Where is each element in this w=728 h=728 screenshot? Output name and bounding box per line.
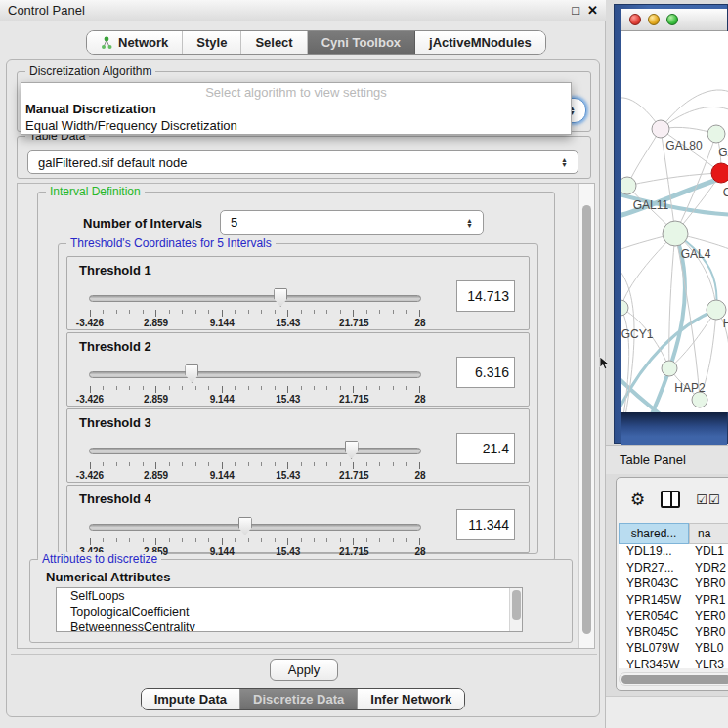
table-cell: YBR0 [689,625,728,642]
threshold-2-slider[interactable]: -3.4262.8599.14415.4321.71528 [89,363,421,404]
threshold-value-field[interactable]: 6.316 [456,357,515,388]
tick-label: 28 [414,546,425,557]
dropdown-option[interactable]: Manual Discretization [21,101,571,117]
tab-cyni-toolbox[interactable]: Cyni Toolbox [308,31,415,54]
network-graph-canvas[interactable]: GAL80GACGAL11GAL4GCY1HHAP2 [621,31,728,412]
threshold-4-slider[interactable]: -3.4262.8599.14415.4321.71528 [89,515,421,556]
scrollbar-thumb[interactable] [621,675,728,684]
numerical-attributes-label: Numerical Attributes [46,570,170,584]
slider-thumb[interactable] [274,288,287,307]
slider-track[interactable] [89,295,421,302]
slider-tick-labels: -3.4262.8599.14415.4321.71528 [90,470,420,481]
table-cell: YPR145W [619,593,689,610]
checkbox-icons[interactable]: ☑☑ [696,492,720,507]
attribute-list-item[interactable]: SelfLoops [57,588,522,604]
tab-select[interactable]: Select [241,31,307,54]
slider-thumb[interactable] [345,441,359,459]
network-edge [627,129,661,186]
tick-label: -3.426 [76,470,104,481]
combo-stepper-icon: ▲▼ [561,157,568,167]
threshold-value-field[interactable]: 11.344 [456,509,515,540]
table-row[interactable]: YPR145WYPR1 [619,593,728,610]
control-panel-window: Control Panel □ ✕ NetworkStyleSelectCyni… [0,0,606,728]
table-row[interactable]: YBR045CYBR0 [619,625,728,642]
close-window-icon[interactable]: ✕ [587,1,598,21]
gear-icon[interactable]: ⚙ [630,490,645,510]
network-node[interactable] [662,361,677,376]
threshold-value-field[interactable]: 21.4 [456,433,515,464]
scrollbar-thumb[interactable] [582,205,591,634]
slider-ticks [90,462,420,470]
attribute-list-item[interactable]: TopologicalCoefficient [57,604,522,620]
settings-vertical-scrollbar[interactable] [578,184,594,648]
network-node[interactable] [707,125,725,143]
algorithm-dropdown-popup: Select algorithm to view settings Manual… [21,82,572,135]
numerical-attributes-list[interactable]: SelfLoopsTopologicalCoefficientBetweenne… [56,587,523,632]
table-rows: YDL19...YDL1YDR27...YDR2YBR043CYBR0YPR14… [619,544,728,668]
network-node[interactable] [663,221,688,246]
table-row[interactable]: YBR043CYBR0 [619,577,728,593]
table-row[interactable]: YDR27...YDR2 [619,561,728,578]
table-data-group: Table Data galFiltered.sif default node … [17,136,591,179]
bottom-tab-impute-data[interactable]: Impute Data [142,689,240,709]
network-node[interactable] [621,300,628,316]
tab-label: Cyni Toolbox [321,35,401,50]
table-column-header[interactable]: shared... [619,523,689,544]
threshold-3-slider[interactable]: -3.4262.8599.14415.4321.71528 [89,439,421,480]
table-horizontal-scrollbar[interactable] [619,672,728,686]
right-column: GAL80GACGAL11GAL4GCY1HHAP2 Table Panel ⚙… [606,0,728,728]
network-node-label: GAL11 [633,198,669,212]
threshold-label: Threshold 1 [79,263,151,278]
node-attribute-table[interactable]: shared...na YDL19...YDL1YDR27...YDR2YBR0… [619,523,728,668]
table-row[interactable]: YLR345WYLR3 [619,658,728,669]
dropdown-option[interactable]: Equal Width/Frequency Discretization [21,117,571,134]
tab-network[interactable]: Network [87,31,183,54]
slider-thumb[interactable] [185,364,198,383]
table-data-combobox[interactable]: galFiltered.sif default node ▲▼ [27,150,578,174]
table-panel-body: ⚙ ☑☑ shared...na YDL19...YDL1YDR27...YDR… [616,477,728,691]
threshold-value-field[interactable]: 14.713 [456,280,515,312]
network-node[interactable] [652,120,669,138]
slider-thumb[interactable] [238,517,252,535]
attributes-to-discretize-group: Attributes to discretize Numerical Attri… [29,559,573,643]
right-footer-strip [606,696,728,728]
tab-label: Style [196,35,227,50]
slider-track[interactable] [89,448,421,454]
threshold-label: Threshold 2 [79,339,151,354]
attribute-list-scrollbar[interactable] [509,588,522,631]
scrollbar-thumb[interactable] [512,590,521,620]
table-cell: YBL079W [619,641,689,658]
attribute-list-item[interactable]: BetweennessCentrality [57,620,522,632]
table-cell: YLR345W [619,658,689,669]
slider-track[interactable] [89,371,421,378]
split-columns-icon[interactable] [661,491,680,508]
network-node[interactable] [621,177,636,194]
network-node-label: GAL4 [681,247,711,261]
tick-label: 28 [414,394,425,405]
network-node-label: HAP2 [674,381,706,395]
table-column-header[interactable]: na [689,523,728,544]
tick-label: -3.426 [76,318,104,328]
table-row[interactable]: YER054CYER0 [619,609,728,625]
table-row[interactable]: YDL19...YDL1 [619,544,728,561]
tick-label: 21.715 [339,546,369,557]
tick-label: 9.144 [210,546,235,557]
network-node[interactable] [711,163,728,183]
slider-track[interactable] [89,524,421,531]
bottom-tab-infer-network[interactable]: Infer Network [358,689,464,709]
bottom-tab-discretize-data[interactable]: Discretize Data [240,689,358,709]
float-window-icon[interactable]: □ [572,1,579,21]
tab-jactivemnodules[interactable]: jActiveMNodules [415,31,545,54]
mac-close-button[interactable] [629,14,641,25]
tick-label: 9.144 [210,470,235,481]
apply-button[interactable]: Apply [270,659,339,681]
threshold-1-slider[interactable]: -3.4262.8599.14415.4321.71528 [89,286,421,327]
network-window-bottom-frame [621,412,727,445]
tab-style[interactable]: Style [183,31,241,54]
number-of-intervals-combobox[interactable]: 5 ▲▼ [220,210,484,235]
mac-zoom-button[interactable] [666,14,678,25]
slider-tick-labels: -3.4262.8599.14415.4321.71528 [90,318,420,328]
mac-minimize-button[interactable] [648,14,660,25]
table-row[interactable]: YBL079WYBL0 [619,641,728,658]
attribute-list-items: SelfLoopsTopologicalCoefficientBetweenne… [57,588,522,632]
